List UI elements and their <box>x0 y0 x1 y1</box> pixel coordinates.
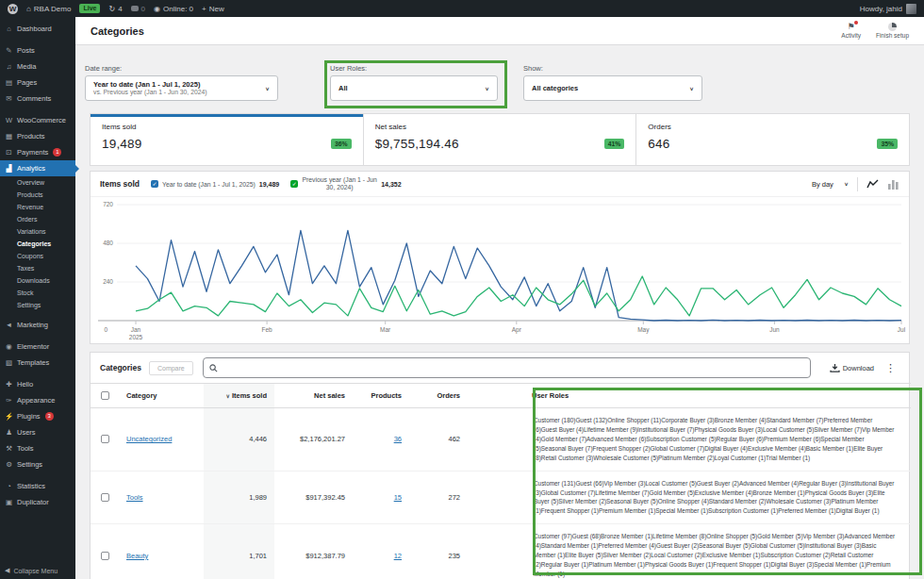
line-chart-toggle-icon[interactable] <box>866 179 879 190</box>
tile-net-sales[interactable]: Net sales $9,755,194.46 41% <box>364 114 637 165</box>
category-cell: Beauty <box>119 524 204 579</box>
site-name-link[interactable]: ⌂ RBA Demo <box>26 5 71 13</box>
table-header-row: Category ∨ Items sold Net sales Products… <box>91 384 911 408</box>
settings-icon: ⚙ <box>5 460 13 469</box>
legend-current-period[interactable]: ✓ Year to date (Jan 1 - Jul 1, 2025) 19,… <box>151 180 279 188</box>
compare-button[interactable]: Compare <box>149 361 193 375</box>
show-select[interactable]: All categories ∨ <box>523 75 702 101</box>
sidebar-item-downloads[interactable]: Downloads <box>0 274 75 287</box>
online-status[interactable]: ◉ Online: 0 <box>154 5 193 13</box>
date-range-select[interactable]: Year to date (Jan 1 - Jul 1, 2025) vs. P… <box>85 75 278 101</box>
select-all-checkbox[interactable] <box>101 391 109 400</box>
search-input[interactable] <box>222 364 804 372</box>
sidebar-item-stock[interactable]: Stock <box>0 287 75 299</box>
sidebar-item-tools[interactable]: ⚒Tools <box>0 440 75 456</box>
sidebar-item-hello[interactable]: ✚Hello <box>0 376 75 392</box>
sidebar-item-settings[interactable]: Settings <box>0 299 75 311</box>
row-checkbox[interactable] <box>101 493 109 502</box>
sidebar-item-duplicator[interactable]: ▣Duplicator <box>0 494 75 510</box>
sidebar-item-pages[interactable]: ▤Pages <box>0 74 75 91</box>
download-button[interactable]: Download <box>830 364 874 372</box>
legend-previous-period[interactable]: ✓ Previous year (Jan 1 - Jun 30, 2024) 1… <box>290 176 401 191</box>
sidebar-item-posts[interactable]: ✎Posts <box>0 42 75 58</box>
table-search[interactable] <box>203 357 811 378</box>
sidebar-item-settings[interactable]: ⚙Settings <box>0 456 75 472</box>
checkbox-checked-icon[interactable]: ✓ <box>151 180 158 188</box>
templates-icon: ▧ <box>5 358 13 367</box>
checkbox-checked-icon[interactable]: ✓ <box>290 180 298 188</box>
finish-setup-label: Finish setup <box>876 32 909 39</box>
sidebar-item-payments[interactable]: ⊡Payments1 <box>0 144 75 160</box>
tile-orders[interactable]: Orders 646 35% <box>636 114 909 165</box>
column-header-orders[interactable]: Orders <box>409 384 468 408</box>
category-link[interactable]: Beauty <box>126 552 148 560</box>
finish-setup-button[interactable]: Finish setup <box>876 23 909 39</box>
sidebar-item-label: Dashboard <box>17 25 52 33</box>
updates-link[interactable]: ↻ 4 <box>108 5 122 13</box>
sidebar-item-analytics[interactable]: ▟Analytics <box>0 160 75 176</box>
column-header-net-sales[interactable]: Net sales <box>274 384 353 408</box>
sidebar-item-label: Elementor <box>17 342 49 351</box>
sidebar-item-products[interactable]: Products <box>0 189 75 201</box>
chevron-down-icon: ∨ <box>682 85 694 91</box>
sidebar-item-variations[interactable]: Variations <box>0 225 75 238</box>
column-header-items-sold[interactable]: ∨ Items sold <box>204 384 274 408</box>
woocommerce-icon: W <box>5 116 13 124</box>
home-icon: ⌂ <box>26 5 31 13</box>
products-link[interactable]: 36 <box>394 435 402 443</box>
sidebar-item-dashboard[interactable]: ⌂Dashboard <box>0 21 75 37</box>
sidebar-item-statistics[interactable]: ◔Statistics <box>0 478 75 494</box>
plugins-icon: ⚡ <box>5 412 13 421</box>
sidebar-item-label: Posts <box>17 46 35 55</box>
category-link[interactable]: Tools <box>126 493 143 502</box>
sidebar-item-users[interactable]: ♟Users <box>0 424 75 440</box>
category-link[interactable]: Uncategorized <box>126 435 172 443</box>
notification-dot <box>854 21 858 25</box>
user-roles-select[interactable]: All ∨ <box>330 75 498 101</box>
row-checkbox[interactable] <box>101 552 109 560</box>
sidebar-item-orders[interactable]: Orders <box>0 213 75 225</box>
sidebar-item-products[interactable]: ▦Products <box>0 128 75 144</box>
products-link[interactable]: 15 <box>394 493 402 502</box>
row-checkbox[interactable] <box>101 435 109 443</box>
sidebar-item-label: Templates <box>17 358 49 367</box>
sidebar-item-coupons[interactable]: Coupons <box>0 250 75 262</box>
sidebar-item-categories[interactable]: Categories <box>0 238 75 250</box>
column-header-category[interactable]: Category <box>119 384 204 408</box>
search-icon <box>209 364 218 372</box>
sidebar-item-overview[interactable]: Overview <box>0 176 75 189</box>
sidebar-item-label: Taxes <box>17 265 34 272</box>
sidebar-item-marketing[interactable]: ◄Marketing <box>0 317 75 333</box>
sidebar-item-revenue[interactable]: Revenue <box>0 201 75 213</box>
trend-badge: 35% <box>877 139 898 149</box>
bar-chart-toggle-icon[interactable] <box>887 179 899 190</box>
column-header-products[interactable]: Products <box>353 384 409 408</box>
comments-link[interactable]: 0 <box>131 5 145 13</box>
sidebar-item-plugins[interactable]: ⚡Plugins3 <box>0 408 75 424</box>
sort-desc-icon: ∨ <box>225 393 229 399</box>
sidebar-item-appearance[interactable]: ✑Appearance <box>0 392 75 408</box>
comment-bubble-icon <box>131 6 139 11</box>
interval-select[interactable]: By day ∨ <box>812 180 849 189</box>
category-cell: Uncategorized <box>119 408 204 471</box>
kebab-menu-icon[interactable]: ⋮ <box>882 362 899 374</box>
sidebar-item-comments[interactable]: ✉Comments <box>0 91 75 107</box>
sidebar-item-woocommerce[interactable]: WWooCommerce <box>0 112 75 128</box>
new-menu[interactable]: + New <box>202 5 224 13</box>
collapse-menu-button[interactable]: ◀ Collapse Menu <box>0 562 75 579</box>
sidebar-item-media[interactable]: ♫Media <box>0 58 75 74</box>
online-label: Online: 0 <box>163 5 193 13</box>
sidebar-item-elementor[interactable]: ◉Elementor <box>0 339 75 355</box>
wordpress-logo-icon[interactable]: W <box>8 4 18 14</box>
sidebar-item-templates[interactable]: ▧Templates <box>0 355 75 371</box>
hello-icon: ✚ <box>5 380 13 389</box>
sidebar-item-taxes[interactable]: Taxes <box>0 262 75 274</box>
activity-button[interactable]: ⚑ Activity <box>841 23 861 39</box>
spacer-cell <box>468 524 524 579</box>
products-link[interactable]: 12 <box>394 552 402 560</box>
orders-cell: 462 <box>409 408 468 471</box>
tile-items-sold[interactable]: Items sold 19,489 36% <box>91 114 364 165</box>
products-cell: 12 <box>353 524 409 579</box>
tile-value: $9,755,194.46 <box>375 137 459 151</box>
account-menu[interactable]: Howdy, jahid <box>860 4 916 14</box>
